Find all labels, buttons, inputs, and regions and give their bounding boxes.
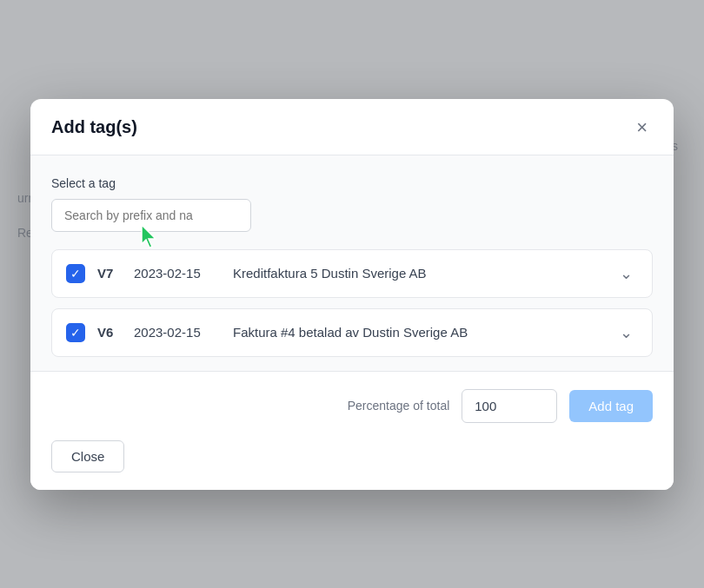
item-name-v6: Faktura #4 betalad av Dustin Sverige AB — [233, 325, 602, 340]
checkbox-v6[interactable]: ✓ — [66, 323, 85, 342]
items-list: ✓ V7 2023-02-15 Kreditfaktura 5 Dustin S… — [51, 249, 653, 357]
select-tag-label: Select a tag — [51, 176, 653, 190]
footer-bottom: Close — [51, 440, 653, 472]
list-item: ✓ V6 2023-02-15 Faktura #4 betalad av Du… — [51, 308, 653, 357]
modal-title: Add tag(s) — [51, 117, 137, 137]
percentage-input[interactable] — [462, 389, 557, 423]
check-icon: ✓ — [70, 268, 81, 280]
search-area — [51, 199, 251, 232]
item-name-v7: Kreditfaktura 5 Dustin Sverige AB — [233, 266, 602, 281]
item-prefix-v6: V6 — [97, 325, 122, 340]
list-item: ✓ V7 2023-02-15 Kreditfaktura 5 Dustin S… — [51, 249, 653, 298]
chevron-down-button-v7[interactable]: ⌄ — [614, 262, 638, 285]
item-prefix-v7: V7 — [97, 266, 122, 281]
check-icon: ✓ — [70, 327, 81, 339]
close-footer-button[interactable]: Close — [51, 440, 124, 472]
close-icon: × — [636, 116, 648, 138]
modal-overlay: Add tag(s) × Select a tag ✓ — [0, 0, 704, 588]
item-date-v6: 2023-02-15 — [134, 325, 221, 340]
search-input[interactable] — [51, 199, 251, 232]
modal-header: Add tag(s) × — [30, 99, 674, 155]
chevron-down-icon: ⌄ — [620, 324, 633, 341]
footer-right: Percentage of total Add tag — [51, 389, 653, 423]
modal-body: Select a tag ✓ V7 2023-02-15 Kreditfaktu… — [30, 155, 674, 371]
close-icon-button[interactable]: × — [631, 116, 653, 139]
modal-footer: Percentage of total Add tag Close — [30, 371, 674, 490]
add-tags-modal: Add tag(s) × Select a tag ✓ — [30, 99, 674, 490]
checkbox-v7[interactable]: ✓ — [66, 264, 85, 283]
percentage-label: Percentage of total — [348, 399, 450, 413]
item-date-v7: 2023-02-15 — [134, 266, 221, 281]
add-tag-button[interactable]: Add tag — [569, 390, 653, 422]
chevron-down-icon: ⌄ — [620, 265, 633, 282]
chevron-down-button-v6[interactable]: ⌄ — [614, 321, 638, 344]
